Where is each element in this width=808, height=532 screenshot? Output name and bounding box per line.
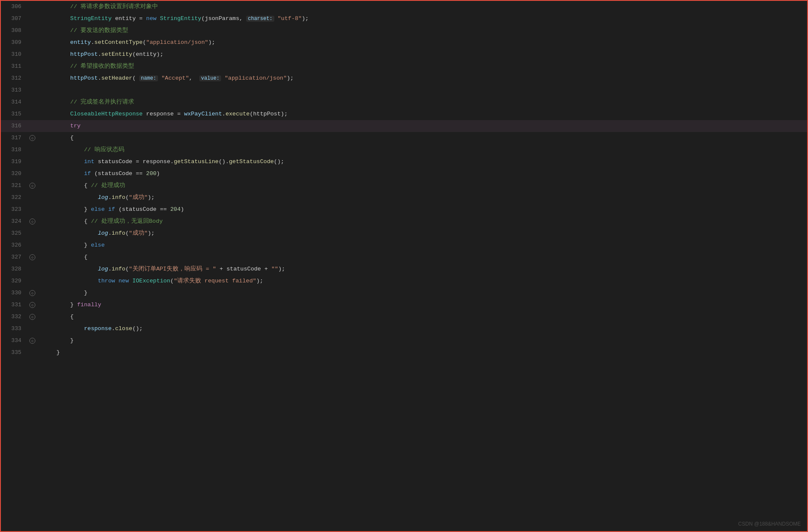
- line-number: 314: [1, 96, 26, 108]
- code-line: } finally: [38, 299, 807, 311]
- table-row: 314 // 完成签名并执行请求: [1, 96, 807, 108]
- gutter: [26, 25, 38, 37]
- line-number: 319: [1, 156, 26, 168]
- gutter: [26, 1, 38, 13]
- line-number: 320: [1, 168, 26, 180]
- fold-icon[interactable]: ◇: [29, 135, 35, 141]
- line-number: 316: [1, 120, 26, 132]
- line-number: 330: [1, 287, 26, 299]
- fold-icon[interactable]: ◇: [29, 314, 35, 320]
- gutter: ◇: [26, 335, 38, 347]
- code-line: if (statusCode == 200): [38, 168, 807, 180]
- gutter: [26, 347, 38, 359]
- gutter: ◇: [26, 216, 38, 227]
- table-row: 326 } else: [1, 239, 807, 251]
- gutter: [26, 227, 38, 239]
- table-row: 333 response.close();: [1, 323, 807, 335]
- table-row: 312 httpPost.setHeader( name: "Accept", …: [1, 72, 807, 84]
- code-line: // 响应状态码: [38, 144, 807, 156]
- gutter: [26, 96, 38, 108]
- code-editor: 306 // 将请求参数设置到请求对象中307 StringEntity ent…: [0, 0, 808, 532]
- code-line: { // 处理成功，无返回Body: [38, 216, 807, 227]
- code-line: // 完成签名并执行请求: [38, 96, 807, 108]
- line-number: 331: [1, 299, 26, 311]
- table-row: 311 // 希望接收的数据类型: [1, 60, 807, 72]
- code-line: response.close();: [38, 323, 807, 335]
- table-row: 320 if (statusCode == 200): [1, 168, 807, 180]
- line-number: 310: [1, 49, 26, 60]
- gutter: [26, 84, 38, 96]
- gutter: ◇: [26, 287, 38, 299]
- line-number: 312: [1, 72, 26, 84]
- line-number: 315: [1, 108, 26, 120]
- fold-icon[interactable]: ◇: [29, 338, 35, 344]
- code-line: httpPost.setEntity(entity);: [38, 49, 807, 60]
- code-line: entity.setContentType("application/json"…: [38, 37, 807, 49]
- code-line: log.info("关闭订单API失败，响应码 = " + statusCode…: [38, 263, 807, 275]
- table-row: 323 } else if (statusCode == 204): [1, 204, 807, 216]
- line-number: 335: [1, 347, 26, 359]
- gutter: ◇: [26, 251, 38, 263]
- gutter: [26, 192, 38, 204]
- table-row: 324◇ { // 处理成功，无返回Body: [1, 216, 807, 227]
- table-row: 316 try: [1, 120, 807, 132]
- code-line: }: [38, 335, 807, 347]
- line-number: 317: [1, 132, 26, 144]
- table-row: 335 }: [1, 347, 807, 359]
- fold-icon[interactable]: ◇: [29, 302, 35, 308]
- gutter: [26, 120, 38, 132]
- code-line: }: [38, 287, 807, 299]
- gutter: [26, 49, 38, 60]
- gutter: [26, 156, 38, 168]
- code-line: } else: [38, 239, 807, 251]
- line-number: 328: [1, 263, 26, 275]
- code-line: CloseableHttpResponse response = wxPayCl…: [38, 108, 807, 120]
- line-number: 333: [1, 323, 26, 335]
- fold-icon[interactable]: ◇: [29, 290, 35, 296]
- line-number: 327: [1, 251, 26, 263]
- code-line: int statusCode = response.getStatusLine(…: [38, 156, 807, 168]
- code-line: { // 处理成功: [38, 180, 807, 192]
- line-number: 329: [1, 275, 26, 287]
- code-line: // 将请求参数设置到请求对象中: [38, 1, 807, 13]
- code-line: {: [38, 311, 807, 323]
- watermark: CSDN @188&HANDSOME: [738, 521, 801, 527]
- code-line: } else if (statusCode == 204): [38, 204, 807, 216]
- table-row: 334◇ }: [1, 335, 807, 347]
- fold-icon[interactable]: ◇: [29, 219, 35, 224]
- line-number: 332: [1, 311, 26, 323]
- code-line: {: [38, 132, 807, 144]
- line-number: 334: [1, 335, 26, 347]
- gutter: ◇: [26, 311, 38, 323]
- table-row: 317◇ {: [1, 132, 807, 144]
- table-row: 313: [1, 84, 807, 96]
- gutter: [26, 263, 38, 275]
- table-row: 328 log.info("关闭订单API失败，响应码 = " + status…: [1, 263, 807, 275]
- gutter: [26, 275, 38, 287]
- table-row: 306 // 将请求参数设置到请求对象中: [1, 1, 807, 13]
- code-line: // 希望接收的数据类型: [38, 60, 807, 72]
- code-line: [38, 84, 807, 96]
- line-number: 323: [1, 204, 26, 216]
- fold-icon[interactable]: ◇: [29, 254, 35, 260]
- gutter: [26, 323, 38, 335]
- gutter: [26, 239, 38, 251]
- code-line: log.info("成功");: [38, 192, 807, 204]
- table-row: 331◇ } finally: [1, 299, 807, 311]
- line-number: 322: [1, 192, 26, 204]
- line-number: 325: [1, 227, 26, 239]
- table-row: 307 StringEntity entity = new StringEnti…: [1, 13, 807, 25]
- gutter: [26, 204, 38, 216]
- table-row: 330◇ }: [1, 287, 807, 299]
- line-number: 326: [1, 239, 26, 251]
- fold-icon[interactable]: ◇: [29, 183, 35, 189]
- line-number: 311: [1, 60, 26, 72]
- gutter: [26, 13, 38, 25]
- table-row: 327◇ {: [1, 251, 807, 263]
- gutter: ◇: [26, 180, 38, 192]
- table-row: 332◇ {: [1, 311, 807, 323]
- gutter: [26, 144, 38, 156]
- gutter: [26, 60, 38, 72]
- code-line: StringEntity entity = new StringEntity(j…: [38, 13, 807, 25]
- gutter: ◇: [26, 132, 38, 144]
